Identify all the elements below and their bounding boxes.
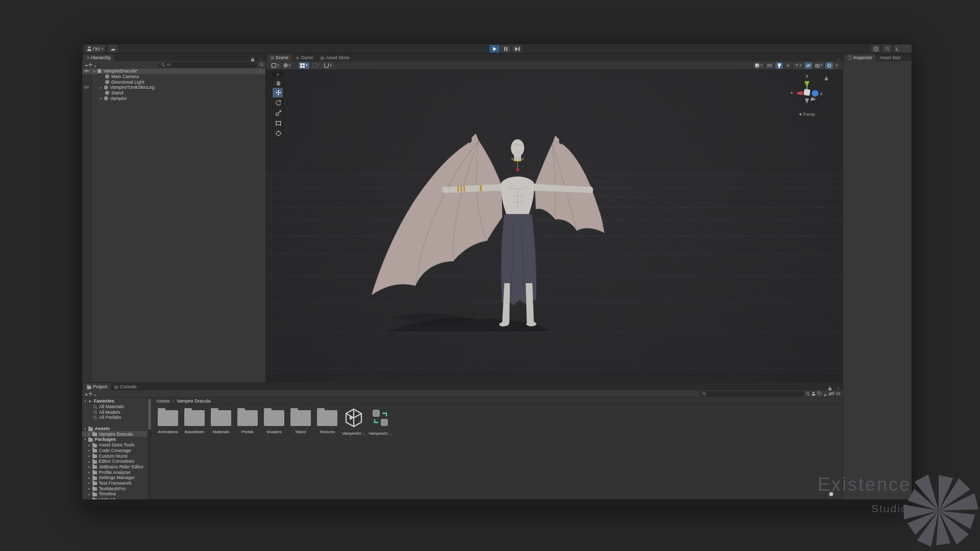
tree-package[interactable]: Code Coverage	[82, 448, 148, 454]
tree-assets[interactable]: Assets	[82, 426, 148, 432]
account-button[interactable]: ГЮ	[85, 45, 105, 53]
orientation-gizmo[interactable]: y x z	[788, 73, 826, 113]
expand-icon[interactable]	[100, 96, 102, 101]
hierarchy-row[interactable]: VampireTunikSkinLeg	[82, 85, 265, 90]
hierarchy-search-field[interactable]	[159, 62, 257, 67]
expand-icon[interactable]	[88, 464, 90, 469]
hidden-packages-counter[interactable]: 15	[828, 391, 840, 396]
project-search-input[interactable]	[707, 391, 802, 396]
hierarchy-row[interactable]: Stand	[82, 90, 265, 96]
perspective-toggle[interactable]: Persp	[789, 112, 825, 117]
tab-scene[interactable]: Scene	[267, 54, 292, 61]
expand-icon[interactable]	[88, 459, 90, 464]
scene-viewport[interactable]: y x z Persp	[266, 70, 843, 382]
tree-package[interactable]: Test Framework	[82, 481, 148, 486]
draw-mode-dropdown[interactable]	[753, 62, 764, 69]
tab-console[interactable]: Console	[111, 383, 140, 390]
axis-z-label[interactable]: z	[820, 91, 822, 96]
eye-icon[interactable]	[84, 69, 89, 73]
eye-off-icon[interactable]	[84, 85, 89, 89]
tab-game[interactable]: Game	[292, 54, 317, 61]
create-icon[interactable]: +	[85, 61, 93, 69]
vampire-model[interactable]	[371, 133, 605, 332]
search-everything-button[interactable]	[883, 45, 892, 53]
hierarchy-row[interactable]: Vampire	[82, 95, 265, 101]
expand-icon[interactable]	[88, 443, 90, 447]
pivot-rotation-dropdown[interactable]	[282, 62, 292, 69]
breadcrumb-current[interactable]: Vampire Dracula	[177, 398, 210, 404]
asset-item[interactable]: Prefab	[234, 407, 261, 436]
axis-x-label[interactable]: x	[791, 90, 793, 95]
tree-packages[interactable]: Packages	[82, 437, 148, 442]
tree-package[interactable]: Profile Analyzer	[82, 469, 148, 475]
create-caret-icon[interactable]	[94, 390, 96, 398]
hierarchy-row[interactable]: Directional Light	[82, 79, 265, 85]
expand-icon[interactable]	[100, 85, 102, 90]
tree-package[interactable]: Asset Store Tools	[82, 442, 148, 448]
rotate-tool-button[interactable]	[273, 97, 283, 108]
expand-icon[interactable]	[88, 492, 90, 496]
asset-item[interactable]: VampireDr…	[340, 407, 367, 436]
scrollbar-thumb[interactable]	[148, 398, 151, 430]
overlay-handle[interactable]	[273, 72, 283, 77]
tree-package[interactable]: Editor Coroutines	[82, 459, 148, 464]
2d-toggle[interactable]: 2D	[766, 62, 774, 69]
tree-all-prefabs[interactable]: All Prefabs	[82, 415, 148, 420]
hierarchy-search-input[interactable]	[166, 62, 255, 67]
layers-button-cutoff[interactable]: L	[894, 45, 912, 53]
save-search-star-icon[interactable]	[823, 390, 827, 398]
asset-item[interactable]: VampireDr…	[367, 407, 394, 436]
asset-item[interactable]: Stand	[287, 407, 314, 436]
create-caret-icon[interactable]	[94, 61, 96, 69]
axis-y-label[interactable]: y	[806, 73, 808, 78]
expand-icon[interactable]	[84, 427, 86, 431]
search-in-window-icon[interactable]	[260, 63, 263, 66]
expand-icon[interactable]	[88, 481, 90, 485]
create-icon[interactable]: +	[85, 390, 93, 398]
search-by-import-icon[interactable]	[812, 392, 816, 396]
snap-increment-dropdown[interactable]	[311, 62, 322, 69]
gizmos-dropdown[interactable]	[835, 62, 839, 69]
tab-asset-store[interactable]: Asset Store	[317, 54, 353, 61]
asset-item[interactable]: Animations	[155, 407, 181, 436]
tool-handle-dropdown[interactable]	[323, 62, 333, 69]
tree-all-models[interactable]: All Models	[82, 409, 148, 415]
tool-settings-dropdown[interactable]	[270, 62, 281, 69]
hierarchy-row-scene[interactable]: VampireDracula*	[82, 68, 265, 74]
expand-icon[interactable]	[84, 437, 86, 442]
hierarchy-row[interactable]: Main Camera	[82, 74, 265, 80]
breadcrumb-root[interactable]: Assets	[156, 398, 170, 404]
tree-vampire-dracula[interactable]: Vampire Dracula	[82, 431, 148, 437]
expand-icon[interactable]	[88, 454, 90, 458]
effects-dropdown[interactable]	[794, 62, 803, 69]
expand-icon[interactable]	[88, 486, 90, 491]
search-by-type-icon[interactable]	[806, 392, 810, 395]
project-tree-scrollbar[interactable]	[148, 397, 152, 499]
play-button[interactable]	[489, 45, 500, 53]
tree-package[interactable]: Settings Manager	[82, 475, 148, 481]
view-tool-button[interactable]	[273, 77, 283, 87]
rect-tool-button[interactable]	[273, 118, 283, 128]
label-tag-icon[interactable]	[817, 391, 822, 396]
move-tool-button[interactable]	[273, 87, 283, 97]
camera-settings-dropdown[interactable]	[814, 62, 824, 69]
expand-icon[interactable]	[88, 475, 90, 480]
asset-item[interactable]: Shaders	[261, 407, 287, 436]
expand-icon[interactable]	[88, 432, 90, 436]
undo-history-button[interactable]	[871, 45, 880, 53]
cloud-services-button[interactable]	[108, 45, 118, 53]
pause-button[interactable]	[501, 45, 511, 53]
expand-icon[interactable]	[88, 448, 90, 453]
tree-all-materials[interactable]: All Materials	[82, 404, 148, 410]
tree-package[interactable]: Timeline	[82, 491, 148, 497]
lighting-toggle[interactable]	[775, 62, 783, 69]
asset-item[interactable]: Textures	[314, 407, 340, 436]
asset-item[interactable]: Materials	[208, 407, 234, 436]
scene-visibility-toggle[interactable]	[804, 62, 812, 69]
tree-package[interactable]: JetBrains Rider Editor	[82, 464, 148, 470]
transform-tool-button[interactable]	[273, 128, 283, 138]
scene-menu-icon[interactable]	[258, 69, 262, 73]
project-search-field[interactable]	[700, 391, 804, 396]
scale-tool-button[interactable]	[273, 108, 283, 118]
expand-icon[interactable]	[88, 470, 90, 474]
